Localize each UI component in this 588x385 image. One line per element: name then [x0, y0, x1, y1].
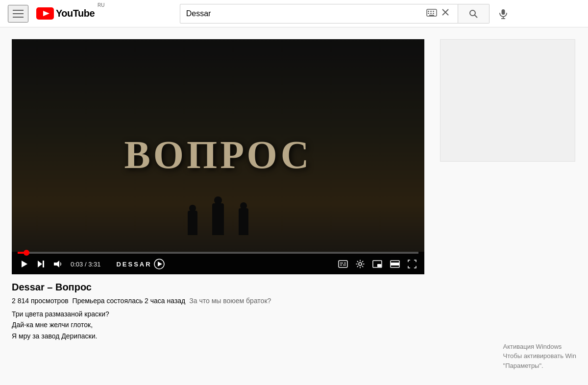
- header: YouTube RU: [0, 0, 588, 27]
- subtitles-button[interactable]: [336, 258, 350, 270]
- dessar-play-icon: [154, 259, 165, 269]
- volume-button[interactable]: [51, 258, 65, 270]
- svg-marker-22: [158, 262, 162, 266]
- svg-rect-9: [429, 15, 434, 16]
- video-tagline: За что мы воюем браток?: [189, 297, 271, 305]
- svg-rect-14: [501, 9, 505, 15]
- video-meta: 2 814 просмотров Премьера состоялась 2 ч…: [12, 297, 424, 305]
- description-line-3: Я мру за завод Дерипаски.: [12, 331, 424, 341]
- premiere-info: Премьера состоялась 2 часа назад: [73, 297, 186, 305]
- svg-rect-5: [433, 11, 434, 12]
- svg-rect-19: [43, 261, 44, 267]
- clear-search-button[interactable]: [439, 6, 452, 21]
- activation-line-1: Активация Windows: [503, 342, 576, 352]
- svg-point-28: [359, 263, 362, 265]
- video-info: Dessar – Вопрос 2 814 просмотров Премьер…: [12, 274, 424, 347]
- video-overlay-title: ВОПРОС: [124, 135, 312, 174]
- skip-next-button[interactable]: [34, 258, 47, 270]
- svg-rect-32: [391, 263, 399, 265]
- svg-point-12: [470, 10, 475, 16]
- theater-icon: [390, 260, 400, 268]
- fullscreen-icon: [408, 260, 416, 268]
- svg-marker-17: [22, 261, 27, 267]
- logo-locale: RU: [98, 2, 104, 8]
- activation-line-2: Чтобы активировать Win: [503, 351, 576, 361]
- volume-icon: [53, 260, 63, 268]
- view-count: 2 814 просмотров: [12, 297, 69, 305]
- dessar-watermark: DESSAR: [116, 259, 164, 269]
- miniplayer-button[interactable]: [370, 258, 384, 270]
- logo-text: YouTube: [56, 8, 95, 19]
- controls-row: 0:03 / 3:31 DESSAR: [18, 258, 418, 270]
- voice-search-button[interactable]: [493, 4, 513, 24]
- sidebar-ad: [440, 39, 575, 162]
- microphone-icon: [498, 8, 509, 19]
- theater-mode-button[interactable]: [388, 258, 402, 270]
- skip-next-icon: [36, 260, 45, 268]
- subtitles-icon: [338, 260, 348, 268]
- progress-fill: [18, 252, 24, 254]
- svg-rect-6: [428, 13, 429, 14]
- close-icon: [441, 8, 450, 17]
- svg-line-13: [475, 15, 478, 18]
- play-button[interactable]: [18, 258, 30, 270]
- activation-line-3: "Параметры".: [503, 361, 576, 371]
- fullscreen-button[interactable]: [406, 258, 418, 270]
- youtube-logo-icon: [36, 7, 54, 20]
- dessar-logo-text: DESSAR: [116, 261, 151, 268]
- description-line-2: Дай-ка мне желчи глоток,: [12, 319, 424, 330]
- miniplayer-icon: [372, 260, 382, 268]
- search-container: [180, 4, 513, 24]
- search-input[interactable]: [186, 9, 424, 18]
- svg-marker-18: [38, 261, 42, 267]
- youtube-logo[interactable]: YouTube RU: [36, 7, 105, 20]
- progress-dot: [24, 250, 29, 256]
- video-player[interactable]: ВОПРОС: [12, 39, 424, 274]
- svg-rect-30: [377, 264, 381, 267]
- svg-rect-8: [433, 13, 434, 14]
- video-section: ВОПРОС: [0, 27, 436, 347]
- play-icon: [20, 260, 28, 268]
- description-line-1: Три цвета размазаной краски?: [12, 309, 424, 319]
- video-title: Dessar – Вопрос: [12, 280, 424, 294]
- settings-button[interactable]: [354, 258, 367, 270]
- video-thumbnail: ВОПРОС: [12, 39, 424, 274]
- search-submit-button[interactable]: [458, 4, 490, 24]
- main-content: ВОПРОС: [0, 27, 588, 347]
- svg-rect-4: [430, 11, 432, 12]
- sidebar: [436, 27, 583, 347]
- settings-icon: [356, 260, 365, 268]
- svg-marker-20: [54, 261, 59, 267]
- svg-rect-7: [430, 13, 432, 14]
- keyboard-button[interactable]: [424, 7, 439, 20]
- windows-activation-watermark: Активация Windows Чтобы активировать Win…: [503, 342, 576, 371]
- video-description: Три цвета размазаной краски? Дай-ка мне …: [12, 309, 424, 341]
- keyboard-icon: [426, 9, 437, 17]
- search-input-wrap: [180, 4, 458, 24]
- svg-rect-3: [428, 11, 429, 12]
- search-icon: [468, 9, 478, 19]
- menu-button[interactable]: [8, 5, 28, 23]
- svg-rect-23: [339, 261, 347, 267]
- player-controls: 0:03 / 3:31 DESSAR: [12, 252, 424, 274]
- time-display: 0:03 / 3:31: [71, 261, 100, 268]
- progress-bar[interactable]: [18, 252, 418, 254]
